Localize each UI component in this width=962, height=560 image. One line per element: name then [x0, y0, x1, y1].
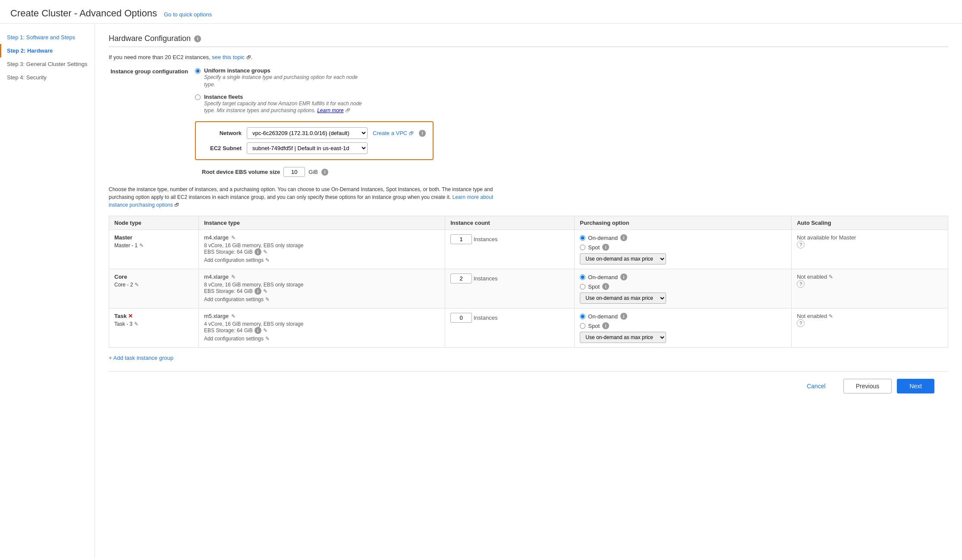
on-demand-radio-row: On-demand i	[580, 274, 786, 280]
spot-info-icon[interactable]: i	[602, 322, 609, 329]
spot-radio[interactable]	[580, 245, 585, 250]
auto-scaling-help-icon[interactable]: ?	[797, 280, 805, 288]
spot-info-icon[interactable]: i	[602, 244, 609, 251]
node-sub-label: Task - 3 ✎	[114, 321, 193, 327]
main-layout: Step 1: Software and Steps Step 2: Hardw…	[0, 24, 962, 558]
edit-ebs-icon[interactable]: ✎	[263, 327, 267, 333]
sidebar-item-step2[interactable]: Step 2: Hardware	[0, 44, 94, 57]
edit-config-icon[interactable]: ✎	[265, 257, 270, 263]
network-info-icon[interactable]: i	[419, 130, 426, 137]
purchasing-dropdown[interactable]: Use on-demand as max price	[580, 253, 666, 264]
radio-fleet-title: Instance fleets	[204, 94, 368, 100]
fleet-learn-more-link[interactable]: Learn more	[317, 107, 343, 113]
edit-auto-scaling-icon[interactable]: ✎	[829, 313, 833, 319]
remove-task-icon[interactable]: ✕	[128, 313, 133, 319]
edit-config-icon[interactable]: ✎	[265, 296, 270, 302]
edit-ebs-icon[interactable]: ✎	[263, 288, 267, 294]
instance-specs: 4 vCore, 16 GiB memory, EBS only storage	[204, 321, 440, 327]
cancel-button[interactable]: Cancel	[794, 379, 838, 393]
auto-scaling-help-icon[interactable]: ?	[797, 319, 805, 327]
network-select[interactable]: vpc-6c263209 (172.31.0.0/16) (default)	[247, 127, 368, 139]
col-instance-type: Instance type	[198, 216, 445, 230]
root-device-row: Root device EBS volume size GiB i	[202, 167, 948, 177]
radio-uniform-content: Uniform instance groups Specify a single…	[204, 67, 368, 88]
spot-radio[interactable]	[580, 323, 585, 329]
on-demand-info-icon[interactable]: i	[620, 313, 627, 320]
on-demand-label: On-demand	[588, 274, 618, 280]
root-device-info-icon[interactable]: i	[321, 169, 328, 176]
ec2-subnet-row: EC2 Subnet subnet-749dfd5f | Default in …	[203, 142, 426, 154]
footer: Cancel Previous Next	[109, 371, 948, 400]
auto-scaling-value: Not available for Master	[797, 234, 943, 241]
radio-fleet-input[interactable]	[195, 94, 201, 100]
auto-scaling-help-icon[interactable]: ?	[797, 241, 805, 249]
ebs-info-icon[interactable]: i	[255, 327, 261, 334]
purchasing-cell-master: On-demand i Spot i Use on-demand as max …	[575, 230, 792, 269]
spot-info-icon[interactable]: i	[602, 283, 609, 290]
edit-instance-type-icon[interactable]: ✎	[231, 235, 236, 241]
create-vpc-link[interactable]: Create a VPC 🗗	[373, 130, 414, 136]
quick-options-link[interactable]: Go to quick options	[164, 11, 212, 18]
add-task-link[interactable]: + Add task instance group	[109, 355, 173, 361]
node-type-cell-task: Task ✕ Task - 3 ✎	[109, 308, 199, 348]
radio-uniform-input[interactable]	[195, 68, 201, 74]
ec2-limit-text: If you need more than 20 EC2 instances, …	[109, 54, 948, 60]
root-device-input[interactable]	[283, 167, 305, 177]
spot-radio-row: Spot i	[580, 322, 786, 329]
network-label: Network	[203, 130, 242, 136]
next-button[interactable]: Next	[897, 379, 934, 393]
instance-type-name: m4.xlarge ✎	[204, 274, 440, 280]
hardware-config-info-icon[interactable]: i	[194, 35, 201, 42]
root-device-unit: GiB	[308, 169, 318, 175]
sidebar-item-step3[interactable]: Step 3: General Cluster Settings	[0, 57, 94, 71]
edit-ebs-icon[interactable]: ✎	[263, 249, 267, 255]
on-demand-info-icon[interactable]: i	[620, 274, 627, 280]
edit-node-sub-icon[interactable]: ✎	[139, 242, 144, 249]
edit-instance-type-icon[interactable]: ✎	[231, 274, 236, 280]
edit-auto-scaling-icon[interactable]: ✎	[829, 274, 833, 280]
edit-config-icon[interactable]: ✎	[265, 336, 270, 342]
on-demand-info-icon[interactable]: i	[620, 234, 627, 241]
instance-type-cell-core: m4.xlarge ✎ 8 vCore, 16 GiB memory, EBS …	[198, 269, 445, 308]
instance-type-name: m5.xlarge ✎	[204, 313, 440, 319]
ec2-limit-link[interactable]: see this topic	[212, 54, 245, 60]
instance-count-input[interactable]	[450, 313, 472, 323]
radio-fleet-desc: Specify target capacity and how Amazon E…	[204, 100, 368, 115]
on-demand-radio[interactable]	[580, 235, 585, 241]
instance-count-cell-core: Instances	[445, 269, 575, 308]
node-sub-label: Core - 2 ✎	[114, 282, 193, 288]
col-purchasing-option: Purchasing option	[575, 216, 792, 230]
radio-uniform-desc: Specify a single instance type and purch…	[204, 74, 368, 88]
edit-instance-type-icon[interactable]: ✎	[231, 313, 236, 319]
instances-label: Instances	[474, 315, 498, 321]
instance-count-input[interactable]	[450, 274, 472, 283]
instances-label: Instances	[474, 275, 498, 282]
instance-storage: EBS Storage: 64 GiB i ✎	[204, 288, 440, 295]
instance-group-config-label: Instance group configuration	[109, 67, 195, 75]
create-vpc-ext-icon: 🗗	[409, 131, 414, 136]
page-header: Create Cluster - Advanced Options Go to …	[0, 0, 962, 24]
ec2-subnet-select[interactable]: subnet-749dfd5f | Default in us-east-1d	[247, 142, 368, 154]
spot-radio-row: Spot i	[580, 283, 786, 290]
node-type-cell-master: Master Master - 1 ✎	[109, 230, 199, 269]
purchasing-dropdown[interactable]: Use on-demand as max price	[580, 332, 666, 343]
sidebar-item-step1[interactable]: Step 1: Software and Steps	[0, 31, 94, 44]
add-config-settings: Add configuration settings ✎	[204, 257, 440, 263]
previous-button[interactable]: Previous	[843, 379, 892, 393]
ebs-info-icon[interactable]: i	[255, 249, 261, 255]
ebs-info-icon[interactable]: i	[255, 288, 261, 295]
on-demand-radio[interactable]	[580, 274, 585, 280]
purchasing-dropdown[interactable]: Use on-demand as max price	[580, 293, 666, 304]
instances-label: Instances	[474, 236, 498, 242]
spot-radio-row: Spot i	[580, 244, 786, 251]
instance-type-cell-master: m4.xlarge ✎ 8 vCore, 16 GiB memory, EBS …	[198, 230, 445, 269]
spot-radio[interactable]	[580, 284, 585, 289]
edit-node-sub-icon[interactable]: ✎	[134, 321, 138, 327]
auto-scaling-cell-core: Not enabled ✎ ?	[792, 269, 948, 308]
sidebar-item-step4[interactable]: Step 4: Security	[0, 71, 94, 84]
table-row: Master Master - 1 ✎ m4.xlarge ✎ 8 vCore,…	[109, 230, 948, 269]
on-demand-radio[interactable]	[580, 314, 585, 319]
edit-node-sub-icon[interactable]: ✎	[135, 282, 139, 288]
instance-count-input[interactable]	[450, 234, 472, 244]
network-box: Network vpc-6c263209 (172.31.0.0/16) (de…	[195, 121, 434, 160]
